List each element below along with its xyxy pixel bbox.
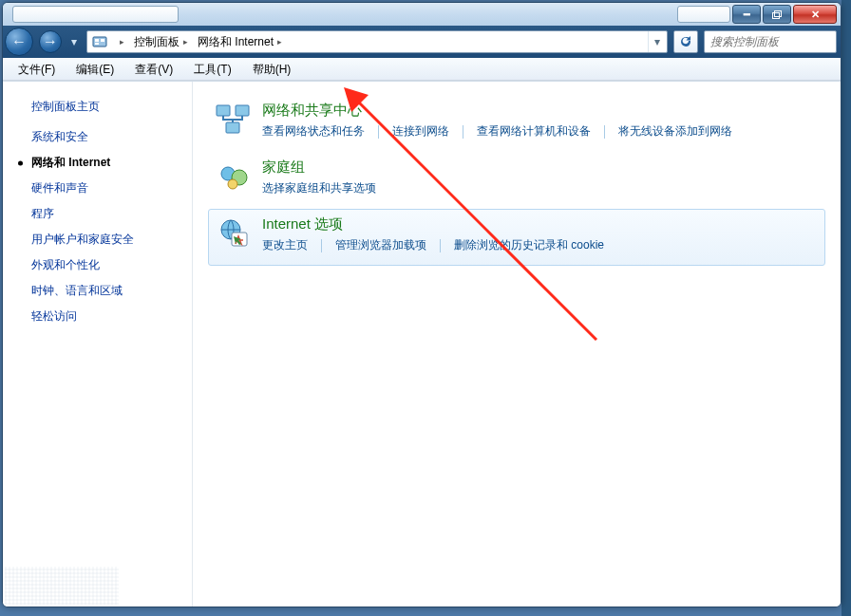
category-homegroup: 家庭组 选择家庭组和共享选项 bbox=[208, 152, 825, 209]
task-add-wireless-device[interactable]: 将无线设备添加到网络 bbox=[618, 123, 746, 140]
network-sharing-icon bbox=[215, 102, 253, 140]
svg-rect-0 bbox=[772, 12, 779, 18]
menu-help[interactable]: 帮助(H) bbox=[243, 60, 301, 80]
nav-history-dropdown[interactable]: ▾ bbox=[67, 35, 81, 48]
menu-bar: 文件(F) 编辑(E) 查看(V) 工具(T) 帮助(H) bbox=[3, 58, 841, 81]
breadcrumb-segment[interactable]: ▸ bbox=[112, 31, 130, 52]
back-button[interactable]: ← bbox=[5, 28, 33, 56]
task-connect-network[interactable]: 连接到网络 bbox=[392, 123, 463, 140]
svg-rect-4 bbox=[101, 39, 104, 42]
svg-rect-9 bbox=[236, 105, 249, 116]
menu-tools[interactable]: 工具(T) bbox=[184, 60, 240, 80]
task-change-homepage[interactable]: 更改主页 bbox=[262, 237, 321, 253]
sidebar-item-user-accounts[interactable]: 用户帐户和家庭安全 bbox=[3, 227, 192, 252]
control-panel-icon bbox=[91, 33, 108, 50]
menu-view[interactable]: 查看(V) bbox=[125, 60, 182, 80]
maximize-button[interactable] bbox=[763, 5, 791, 24]
svg-rect-3 bbox=[95, 39, 99, 42]
category-links: 更改主页 管理浏览器加载项 删除浏览的历史记录和 cookie bbox=[262, 237, 819, 253]
sidebar-item-clock-language[interactable]: 时钟、语言和区域 bbox=[3, 278, 192, 304]
refresh-button[interactable] bbox=[673, 30, 698, 53]
breadcrumb-segment-network-internet[interactable]: 网络和 Internet ▸ bbox=[194, 31, 288, 52]
sidebar-item-ease-of-access[interactable]: 轻松访问 bbox=[3, 304, 192, 329]
sidebar-home-link[interactable]: 控制面板主页 bbox=[3, 95, 192, 124]
category-links: 选择家庭组和共享选项 bbox=[262, 180, 819, 196]
breadcrumb-label: 控制面板 bbox=[134, 34, 180, 50]
svg-rect-5 bbox=[95, 43, 99, 45]
svg-rect-10 bbox=[226, 122, 239, 133]
svg-rect-8 bbox=[217, 105, 230, 116]
category-internet-options[interactable]: Internet 选项 更改主页 管理浏览器加载项 删除浏览的历史记录和 coo… bbox=[208, 209, 825, 266]
menu-edit[interactable]: 编辑(E) bbox=[66, 60, 123, 80]
sidebar-item-network-internet[interactable]: 网络和 Internet bbox=[3, 150, 192, 176]
category-text: 家庭组 选择家庭组和共享选项 bbox=[262, 159, 819, 196]
sidebar-item-programs[interactable]: 程序 bbox=[3, 201, 192, 227]
window-body: 控制面板主页 系统和安全 网络和 Internet 硬件和声音 程序 用户帐户和… bbox=[3, 81, 841, 607]
breadcrumb-label: 网络和 Internet bbox=[198, 34, 274, 50]
category-title-link[interactable]: Internet 选项 bbox=[262, 215, 819, 233]
address-dropdown[interactable]: ▾ bbox=[648, 31, 665, 52]
svg-rect-1 bbox=[774, 10, 781, 16]
search-input[interactable] bbox=[709, 34, 842, 49]
titlebar-left-box bbox=[12, 6, 179, 23]
window-buttons: ━ ✕ bbox=[730, 5, 837, 24]
address-bar[interactable]: ▸ 控制面板 ▸ 网络和 Internet ▸ ▾ bbox=[86, 30, 668, 53]
desktop-strip bbox=[842, 0, 851, 616]
forward-button[interactable]: → bbox=[39, 30, 62, 53]
category-network-sharing: 网络和共享中心 查看网络状态和任务 连接到网络 查看网络计算机和设备 将无线设备… bbox=[208, 95, 825, 152]
navigation-row: ← → ▾ ▸ 控制面板 ▸ 网络和 Internet ▸ bbox=[3, 26, 841, 58]
breadcrumb-segment-control-panel[interactable]: 控制面板 ▸ bbox=[130, 31, 194, 52]
task-view-network-status[interactable]: 查看网络状态和任务 bbox=[262, 123, 378, 140]
task-manage-addons[interactable]: 管理浏览器加载项 bbox=[335, 237, 440, 253]
main-pane: 网络和共享中心 查看网络状态和任务 连接到网络 查看网络计算机和设备 将无线设备… bbox=[193, 82, 841, 607]
titlebar-mid-box bbox=[677, 6, 730, 23]
task-choose-homegroup-options[interactable]: 选择家庭组和共享选项 bbox=[262, 180, 389, 196]
category-text: Internet 选项 更改主页 管理浏览器加载项 删除浏览的历史记录和 coo… bbox=[262, 215, 819, 253]
category-links: 查看网络状态和任务 连接到网络 查看网络计算机和设备 将无线设备添加到网络 bbox=[262, 123, 819, 140]
chevron-right-icon: ▸ bbox=[277, 37, 282, 47]
minimize-button[interactable]: ━ bbox=[732, 5, 761, 24]
search-box[interactable] bbox=[704, 30, 837, 53]
sidebar-item-system-security[interactable]: 系统和安全 bbox=[3, 124, 192, 150]
window-frame: ━ ✕ ← → ▾ ▸ 控制面板 bbox=[2, 2, 842, 607]
sidebar: 控制面板主页 系统和安全 网络和 Internet 硬件和声音 程序 用户帐户和… bbox=[3, 82, 193, 607]
category-title-link[interactable]: 网络和共享中心 bbox=[262, 102, 819, 120]
svg-point-13 bbox=[228, 179, 237, 189]
internet-options-icon bbox=[215, 215, 253, 253]
category-title-link[interactable]: 家庭组 bbox=[262, 159, 819, 177]
category-text: 网络和共享中心 查看网络状态和任务 连接到网络 查看网络计算机和设备 将无线设备… bbox=[262, 102, 819, 140]
chevron-right-icon: ▸ bbox=[183, 37, 188, 47]
close-button[interactable]: ✕ bbox=[793, 5, 837, 24]
sidebar-item-hardware-sound[interactable]: 硬件和声音 bbox=[3, 176, 192, 201]
sidebar-item-appearance[interactable]: 外观和个性化 bbox=[3, 252, 192, 278]
task-delete-browsing-history[interactable]: 删除浏览的历史记录和 cookie bbox=[454, 237, 617, 253]
task-view-computers-devices[interactable]: 查看网络计算机和设备 bbox=[477, 123, 604, 140]
titlebar[interactable]: ━ ✕ bbox=[3, 3, 841, 26]
homegroup-icon bbox=[215, 159, 253, 196]
chevron-right-icon: ▸ bbox=[120, 37, 124, 47]
menu-file[interactable]: 文件(F) bbox=[9, 60, 65, 80]
